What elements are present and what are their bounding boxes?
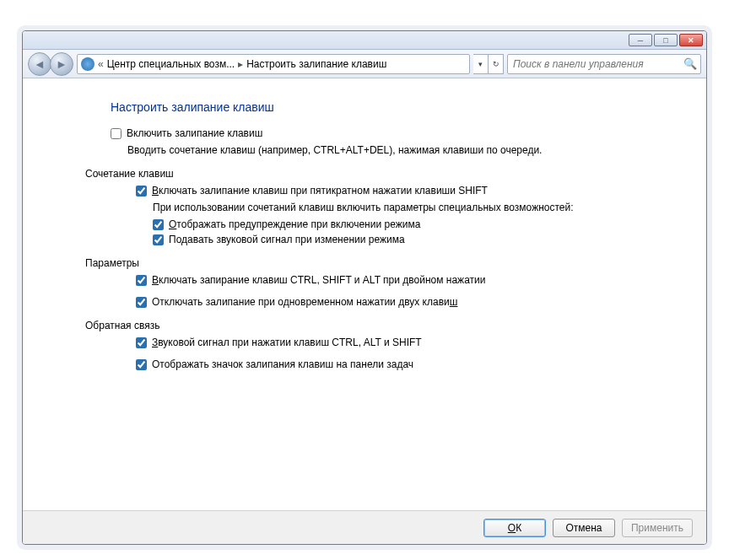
chevron-right-icon: ▸: [238, 58, 243, 70]
shortcut-enable-shift5-label: Включать залипание клавиш при пятикратно…: [152, 185, 488, 197]
show-warning-checkbox[interactable]: [153, 219, 164, 230]
section-shortcut-heading: Сочетание клавиш: [85, 168, 689, 180]
show-warning-label: Отображать предупреждение при включении …: [169, 218, 420, 230]
sound-on-change-label: Подавать звуковой сигнал при изменении р…: [169, 234, 405, 245]
nav-forward-button[interactable]: ►: [50, 52, 73, 76]
breadcrumb-item-1[interactable]: Центр специальных возм...: [107, 58, 235, 70]
footer: ОК Отмена Применить: [23, 510, 706, 544]
navbar: ◄ ► « Центр специальных возм... ▸ Настро…: [23, 50, 706, 78]
search-input[interactable]: [511, 57, 683, 71]
cancel-button[interactable]: Отмена: [553, 519, 615, 537]
main-checkbox-description: Вводить сочетание клавиш (например, CTRL…: [127, 144, 689, 156]
search-box[interactable]: 🔍: [507, 54, 701, 74]
minimize-button[interactable]: ─: [629, 34, 652, 46]
search-icon[interactable]: 🔍: [683, 57, 697, 70]
nav-back-button[interactable]: ◄: [28, 52, 51, 76]
turn-off-two-keys-checkbox[interactable]: [136, 297, 147, 308]
enable-sticky-keys-checkbox[interactable]: [111, 128, 122, 139]
maximize-button[interactable]: □: [654, 34, 678, 46]
show-taskbar-icon-checkbox[interactable]: [136, 359, 147, 370]
apply-button[interactable]: Применить: [622, 519, 693, 537]
chevrons-icon: «: [98, 58, 104, 70]
content-area: Настроить залипание клавиш Включить зали…: [23, 78, 706, 510]
show-taskbar-icon-label: Отображать значок залипания клавиш на па…: [152, 358, 413, 370]
lock-modifiers-checkbox[interactable]: [136, 275, 147, 286]
beep-on-modifier-checkbox[interactable]: [136, 337, 147, 348]
shortcut-subtext: При использовании сочетаний клавиш включ…: [153, 202, 689, 213]
titlebar: ─ □ ✕: [23, 31, 706, 50]
close-button[interactable]: ✕: [679, 34, 703, 46]
section-params-heading: Параметры: [85, 257, 689, 269]
ok-button[interactable]: ОК: [483, 519, 546, 537]
shortcut-enable-shift5-checkbox[interactable]: [136, 186, 147, 197]
turn-off-two-keys-label: Отключать залипание при одновременном на…: [152, 296, 457, 308]
window-frame: ─ □ ✕ ◄ ► « Центр специальных возм... ▸ …: [22, 30, 707, 545]
breadcrumb[interactable]: « Центр специальных возм... ▸ Настроить …: [77, 54, 470, 74]
refresh-button[interactable]: ↻: [489, 54, 504, 74]
enable-sticky-keys-label: Включить залипание клавиш: [127, 127, 262, 139]
beep-on-modifier-label: Звуковой сигнал при нажатии клавиш CTRL,…: [152, 337, 422, 348]
sound-on-change-checkbox[interactable]: [153, 234, 164, 245]
control-panel-icon: [81, 57, 94, 71]
section-feedback-heading: Обратная связь: [85, 320, 689, 331]
lock-modifiers-label: Включать запирание клавиш CTRL, SHIFT и …: [152, 274, 485, 286]
breadcrumb-item-2[interactable]: Настроить залипание клавиш: [246, 58, 386, 70]
breadcrumb-dropdown-button[interactable]: ▾: [473, 54, 489, 74]
page-title: Настроить залипание клавиш: [111, 100, 689, 114]
